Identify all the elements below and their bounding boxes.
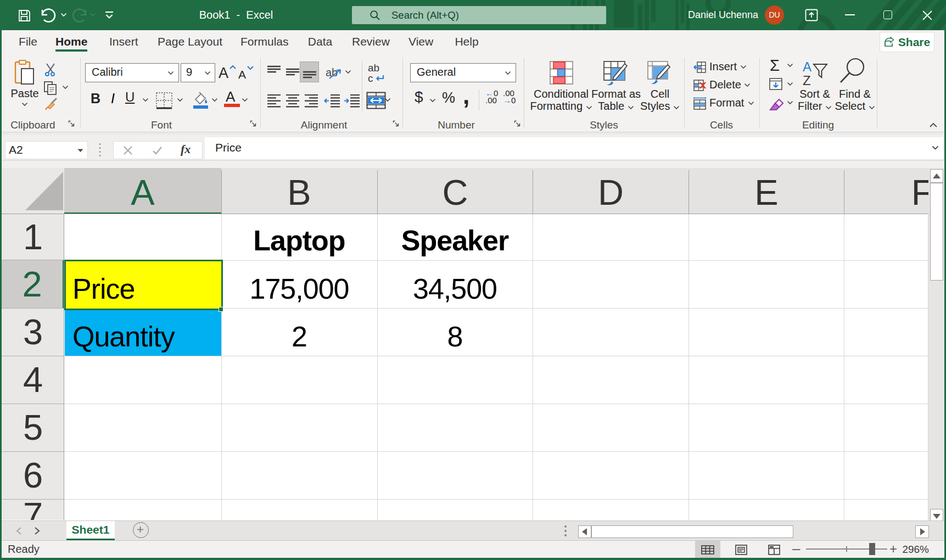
svg-text:Z: Z xyxy=(803,73,811,88)
svg-text:c: c xyxy=(368,72,373,83)
svg-text:A: A xyxy=(803,60,811,74)
svg-text:ab: ab xyxy=(368,62,379,74)
